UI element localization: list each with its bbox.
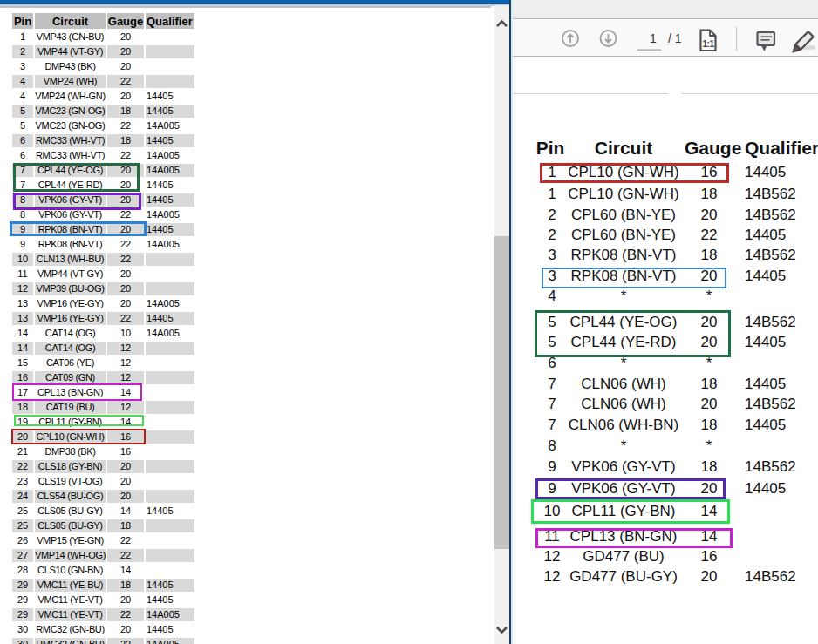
svg-text:/ 1: / 1 (668, 31, 682, 45)
svg-text:1: 1 (650, 31, 657, 45)
svg-text:1:1: 1:1 (703, 39, 715, 49)
